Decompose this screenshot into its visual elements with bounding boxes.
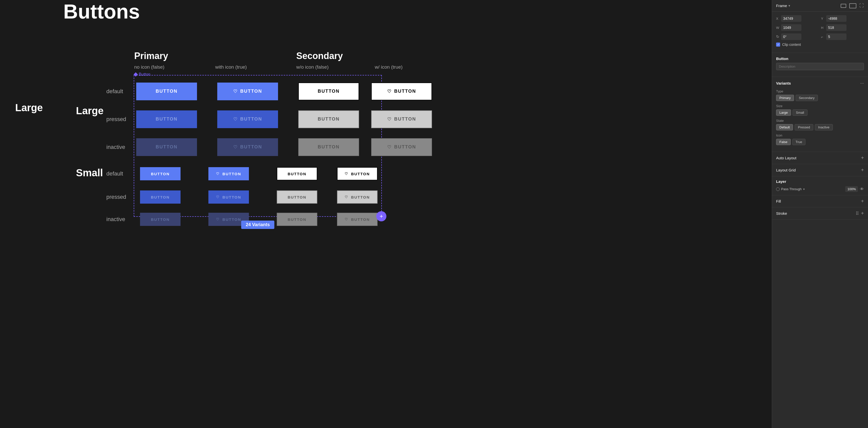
btn-secondary-large-inactive-with-icon[interactable]: ♡ BUTTON [371,138,432,156]
variants-title: Variants [776,81,791,85]
canvas-area: Buttons Primary no icon (false) with ico… [0,0,772,428]
x-label: X [776,17,780,21]
btn-secondary-large-default-with-icon[interactable]: ♡ BUTTON [371,83,432,100]
rotation-icon: ↻ [776,34,780,39]
layer-title: Layer [776,179,864,184]
clip-content-checkbox[interactable]: ✓ [776,42,780,47]
h-label: H [821,26,825,30]
tablet-frame-icon[interactable] [849,3,856,8]
variant-frame: Large default BUTTON ♡ BUTTON BUTTON [134,75,382,217]
page-title: Buttons [0,0,772,23]
row-label-inactive-2: inactive [106,216,125,223]
btn-primary-large-inactive-with-icon[interactable]: ♡ BUTTON [217,138,278,156]
btn-secondary-small-default-with-icon[interactable]: ♡ BUTTON [337,167,377,180]
cell-secondary-no-icon-default: BUTTON [298,83,359,100]
auto-layout-label: Auto Layout [776,156,796,160]
btn-primary-large-pressed-with-icon[interactable]: ♡ BUTTON [217,111,278,128]
x-input[interactable] [781,15,801,22]
cell-primary-no-icon-default: BUTTON [136,83,197,100]
right-panel: Frame ▾ ⛶ X Y W H [772,0,868,428]
btn-primary-large-default-with-icon[interactable]: ♡ BUTTON [217,83,278,100]
btn-primary-large-inactive-no-icon[interactable]: BUTTON [136,138,197,156]
add-fill-button[interactable]: + [861,198,864,204]
btn-primary-large-pressed-no-icon[interactable]: BUTTON [136,111,197,128]
btn-secondary-small-pressed-no-icon[interactable]: BUTTON [277,190,317,204]
size-label: Size [776,104,864,108]
row-label-default-1: default [106,88,123,95]
heart-icon-4: ♡ [387,117,392,122]
btn-primary-small-pressed-no-icon[interactable]: BUTTON [140,190,181,204]
heart-icon-8: ♡ [345,172,348,176]
state-label: State [776,119,864,123]
btn-primary-small-default-no-icon[interactable]: BUTTON [140,167,181,180]
btn-secondary-small-pressed-with-icon[interactable]: ♡ BUTTON [337,190,377,204]
icon-false-option[interactable]: False [776,139,791,145]
phone-frame-icon[interactable] [841,4,846,8]
rotation-input[interactable] [781,33,801,40]
row-label-default-2: default [106,171,123,177]
btn-primary-large-default-no-icon[interactable]: BUTTON [136,83,197,100]
with-icon-label: with icon (true) [215,64,296,70]
visibility-icon[interactable]: 👁 [860,187,864,191]
auto-layout-row: Auto Layout + [772,152,868,164]
variants-menu-icon[interactable]: ··· [860,81,864,86]
blend-circle-icon [776,187,780,191]
component-section: Button [772,53,868,77]
description-input[interactable] [776,63,864,70]
stroke-settings-icon[interactable]: ⠿ [856,211,859,216]
add-variant-button[interactable]: + [376,211,386,221]
large-label: Large [76,105,103,117]
opacity-input[interactable] [845,186,858,192]
btn-primary-small-default-with-icon[interactable]: ♡ BUTTON [208,167,249,180]
btn-secondary-large-inactive-no-icon[interactable]: BUTTON [298,138,359,156]
blend-chevron-icon[interactable]: ▾ [803,187,805,191]
btn-secondary-large-pressed-with-icon[interactable]: ♡ BUTTON [371,111,432,128]
secondary-label: Secondary [296,51,453,61]
variants-count-badge: 24 Variants [241,221,274,229]
btn-secondary-small-inactive-no-icon[interactable]: BUTTON [277,213,317,226]
icon-true-option[interactable]: True [792,139,805,145]
component-tag: Button [134,72,150,77]
small-label: Small [76,167,103,179]
size-large-option[interactable]: Large [776,110,791,116]
corner-radius-input[interactable] [826,33,846,40]
icon-prop-row: Icon False True [776,133,864,145]
btn-secondary-large-pressed-no-icon[interactable]: BUTTON [298,111,359,128]
heart-icon-3: ♡ [233,117,238,122]
component-section-title: Button [776,57,864,61]
row-label-pressed-1: pressed [106,116,126,123]
heart-icon-9: ♡ [216,195,220,199]
expand-icon[interactable]: ⛶ [859,3,864,8]
btn-secondary-small-inactive-with-icon[interactable]: ♡ BUTTON [337,213,377,226]
panel-frame-header: Frame ▾ ⛶ [772,0,868,12]
state-default-option[interactable]: Default [776,124,793,130]
state-inactive-option[interactable]: Inactive [815,124,833,130]
h-input[interactable] [826,24,846,31]
w-input[interactable] [781,24,801,31]
add-stroke-button[interactable]: + [861,210,864,216]
btn-secondary-large-default-no-icon[interactable]: BUTTON [298,83,359,100]
layout-grid-label: Layout Grid [776,168,796,172]
clip-content-label: Clip content [782,42,801,47]
component-name: Button [139,72,150,77]
heart-icon-12: ♡ [345,217,348,221]
large-size-label: Large [15,102,43,114]
add-layout-grid-button[interactable]: + [861,167,864,173]
cell-primary-with-icon-default: ♡ BUTTON [217,83,278,100]
y-input[interactable] [826,15,846,22]
btn-secondary-small-default-no-icon[interactable]: BUTTON [277,167,317,180]
add-auto-layout-button[interactable]: + [861,155,864,161]
type-primary-option[interactable]: Primary [776,95,794,101]
state-pressed-option[interactable]: Pressed [795,124,813,130]
row-large-default: default BUTTON ♡ BUTTON BUTTON [134,78,381,104]
blend-mode-label[interactable]: Pass Through [781,187,802,191]
btn-primary-small-pressed-with-icon[interactable]: ♡ BUTTON [208,190,249,204]
size-small-option[interactable]: Small [793,110,807,116]
icon-label: Icon [776,133,864,137]
primary-label: Primary [134,51,296,61]
heart-icon-7: ♡ [216,172,220,176]
type-secondary-option[interactable]: Secondary [796,95,818,101]
stroke-label: Stroke [776,211,787,216]
row-label-pressed-2: pressed [106,194,126,200]
btn-primary-small-inactive-no-icon[interactable]: BUTTON [140,213,181,226]
